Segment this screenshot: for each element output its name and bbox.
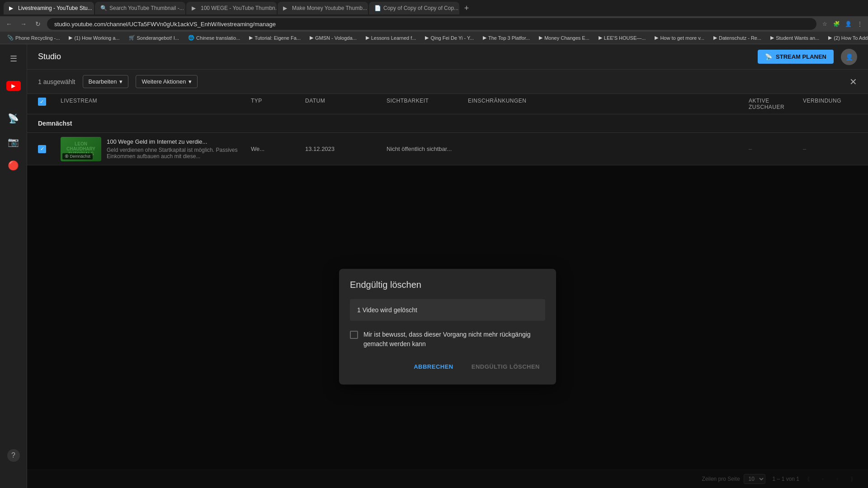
- sidebar-camera-icon[interactable]: 📷: [3, 131, 24, 153]
- help-icon: ?: [7, 449, 20, 462]
- tab-make-money[interactable]: ▶ Make Money Youtube Thumb... ✕: [278, 2, 368, 14]
- studio-app: ☰ ▶ 📡 📷 🔴 ? Studio 📡 S: [0, 44, 868, 488]
- user-avatar[interactable]: 👤: [841, 49, 857, 65]
- bookmark-tutorial[interactable]: ▶Tutorial: Eigene Fa...: [245, 34, 304, 42]
- tab-label-3: 100 WEGE - YouTube Thumbn...: [201, 5, 277, 11]
- tab-favicon-1: ▶: [9, 5, 15, 11]
- tab-label-2: Search YouTube Thumbnail -...: [109, 5, 184, 11]
- modal-confirm-checkbox[interactable]: [350, 331, 358, 339]
- header-datum: Datum: [305, 98, 387, 110]
- back-button[interactable]: ←: [4, 19, 14, 29]
- action-bar-close-button[interactable]: ✕: [849, 76, 857, 87]
- content-filler: Endgültig löschen 1 Video wird gelöscht …: [27, 165, 868, 488]
- bookmark-chinese[interactable]: 🌐Chinese translatio...: [184, 34, 244, 42]
- header-spacer: [558, 98, 749, 110]
- bookmark-sonderangebot[interactable]: 🛒Sonderangebot! I...: [125, 34, 183, 42]
- tab-favicon-3: ▶: [192, 5, 198, 11]
- video-thumbnail: LEON CHAUDHARY TUTORIALS ⦿ Demnächst: [61, 137, 101, 161]
- url-input[interactable]: [47, 18, 816, 30]
- selected-count: 1 ausgewählt: [38, 78, 75, 85]
- tab-label-1: Livestreaming - YouTube Stu...: [18, 5, 92, 11]
- tab-favicon-5: 📄: [374, 5, 381, 11]
- header-sichtbarkeit: Sichtbarkeit: [387, 98, 468, 110]
- sidebar-menu-button[interactable]: ☰: [3, 48, 24, 70]
- studio-title: Studio: [38, 52, 61, 61]
- extensions-icon[interactable]: 🧩: [832, 19, 841, 28]
- header-einschraenkungen: Einschränkungen: [468, 98, 558, 110]
- header-livestream: Livestream: [61, 98, 251, 110]
- modal-delete-button[interactable]: ENDGÜLTIG LÖSCHEN: [466, 360, 545, 374]
- tab-search-thumbnail[interactable]: 🔍 Search YouTube Thumbnail -... ✕: [95, 2, 185, 14]
- bookmark-datenschutz[interactable]: ▶Datenschutz - Re...: [710, 34, 765, 42]
- modal-confirm-text: Mir ist bewusst, dass dieser Vorgang nic…: [363, 330, 545, 349]
- bookmark-phone[interactable]: 📎Phone Recycling -...: [4, 34, 63, 42]
- badge-icon: ⦿: [65, 154, 69, 159]
- bookmark-lessons[interactable]: ▶Lessons Learned f...: [362, 34, 420, 42]
- weitere-aktionen-chevron: ▾: [189, 78, 192, 85]
- sidebar-help-icon[interactable]: ?: [3, 445, 24, 466]
- bookmark-add[interactable]: ▶(2) How To Add A...: [825, 34, 868, 42]
- bookmark-icon[interactable]: ☆: [820, 19, 829, 28]
- bookmark-lees[interactable]: ▶LEE'S HOUSE—...: [595, 34, 650, 42]
- bookmark-top3[interactable]: ▶The Top 3 Platfor...: [479, 34, 533, 42]
- bookmark-money[interactable]: ▶Money Changes E...: [535, 34, 593, 42]
- video-title: 100 Wege Geld im Internet zu verdie...: [107, 138, 251, 145]
- table-header: Livestream Typ Datum Sichtbarkeit Einsch…: [27, 94, 868, 114]
- bookmark-gmsn[interactable]: ▶GMSN - Vologda...: [306, 34, 360, 42]
- sidebar: ☰ ▶ 📡 📷 🔴 ?: [0, 44, 27, 488]
- browser-menu-icon[interactable]: ⋮: [855, 19, 864, 28]
- new-tab-button[interactable]: +: [460, 2, 473, 14]
- youtube-icon: ▶: [6, 81, 21, 91]
- modal-overlay: Endgültig löschen 1 Video wird gelöscht …: [27, 165, 868, 488]
- avatar-icon: 👤: [845, 53, 853, 61]
- bearbeiten-chevron: ▾: [119, 78, 123, 85]
- stream-btn-label: STREAM PLANEN: [776, 53, 826, 60]
- row-verbindung: –: [803, 145, 857, 152]
- sidebar-live-icon[interactable]: 🔴: [3, 155, 24, 176]
- bookmark-more[interactable]: ▶How to get more v...: [651, 34, 708, 42]
- tab-100wege[interactable]: ▶ 100 WEGE - YouTube Thumbn... ✕: [186, 2, 277, 14]
- header-aktive-zuschauer: Aktive Zuschauer: [749, 98, 803, 110]
- tab-copy[interactable]: 📄 Copy of Copy of Copy of Cop... ✕: [369, 2, 459, 14]
- video-info: 100 Wege Geld im Internet zu verdie... G…: [107, 138, 251, 160]
- row-typ: We...: [251, 145, 305, 152]
- modal-info-text: 1 Video wird gelöscht: [357, 306, 417, 314]
- table-row: LEON CHAUDHARY TUTORIALS ⦿ Demnächst 100…: [27, 133, 868, 165]
- browser-actions: ☆ 🧩 👤 ⋮: [820, 19, 864, 28]
- select-all-checkbox[interactable]: [38, 98, 46, 106]
- tab-bar: ▶ Livestreaming - YouTube Stu... ✕ 🔍 Sea…: [0, 0, 868, 16]
- forward-button[interactable]: →: [18, 19, 29, 29]
- profile-icon[interactable]: 👤: [844, 19, 853, 28]
- reload-button[interactable]: ↻: [33, 19, 43, 29]
- tab-livestreaming[interactable]: ▶ Livestreaming - YouTube Stu... ✕: [4, 2, 94, 14]
- action-bar: 1 ausgewählt Bearbeiten ▾ Weitere Aktion…: [27, 70, 868, 94]
- bookmark-working[interactable]: ▶(1) How Working a...: [65, 34, 123, 42]
- bookmark-student[interactable]: ▶Student Wants an...: [767, 34, 823, 42]
- weitere-aktionen-button[interactable]: Weitere Aktionen ▾: [136, 75, 198, 88]
- header-left: Studio: [38, 52, 61, 61]
- modal-title: Endgültig löschen: [350, 280, 545, 290]
- bearbeiten-button[interactable]: Bearbeiten ▾: [83, 75, 129, 88]
- address-bar: ← → ↻ ☆ 🧩 👤 ⋮: [0, 16, 868, 32]
- sidebar-radio-icon[interactable]: 📡: [3, 108, 24, 129]
- modal-actions: ABBRECHEN ENDGÜLTIG LÖSCHEN: [350, 360, 545, 374]
- row-checkbox-cell: [38, 145, 61, 153]
- bearbeiten-label: Bearbeiten: [89, 78, 117, 85]
- radio-icon: 📡: [8, 113, 19, 124]
- hamburger-icon: ☰: [10, 54, 17, 64]
- row-checkbox[interactable]: [38, 145, 46, 153]
- header-verbindung: Verbindung: [803, 98, 857, 110]
- header-typ: Typ: [251, 98, 305, 110]
- video-desc: Geld verdienen ohne Startkapital ist mög…: [107, 147, 251, 160]
- row-datum: 13.12.2023: [305, 145, 387, 152]
- sidebar-yt-logo[interactable]: ▶: [3, 75, 24, 97]
- tab-favicon-4: ▶: [283, 5, 289, 11]
- tab-favicon-2: 🔍: [100, 5, 107, 11]
- modal-cancel-button[interactable]: ABBRECHEN: [408, 360, 459, 374]
- modal-info-box: 1 Video wird gelöscht: [350, 299, 545, 321]
- badge-label: Demnächst: [70, 154, 91, 159]
- stream-icon: 📡: [765, 53, 772, 60]
- main-content: Studio 📡 STREAM PLANEN 👤 1 ausgewählt Be…: [27, 44, 868, 488]
- bookmark-qing[interactable]: ▶Qing Fei De Yi - Y...: [421, 34, 477, 42]
- stream-planen-button[interactable]: 📡 STREAM PLANEN: [758, 50, 834, 64]
